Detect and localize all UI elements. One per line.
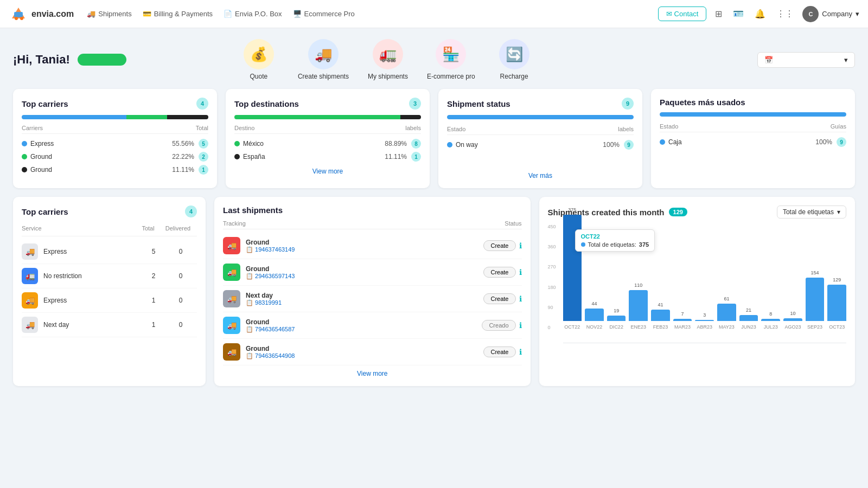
bar-column[interactable]: 3 ABR23 — [695, 320, 714, 330]
info-icon[interactable]: ℹ — [519, 348, 522, 356]
carrier-row: Ground 11.11%1 — [22, 163, 208, 176]
carrier-icon: 🚚 — [223, 290, 240, 307]
top-carriers-2-header: Top carriers 4 — [22, 206, 197, 217]
bar-column[interactable]: 7 MAR23 — [673, 319, 692, 330]
quick-action-create[interactable]: 🚚 Create shipments — [298, 39, 349, 80]
top-carriers-card-2: Top carriers 4 Service Total Delivered 🚚… — [13, 197, 206, 386]
company-button[interactable]: C Company ▾ — [802, 6, 859, 22]
bar-column[interactable]: 110 ENE23 — [629, 290, 648, 330]
info-icon[interactable]: ℹ — [519, 268, 522, 277]
bar-column[interactable]: 19 DIC22 — [607, 316, 626, 330]
paquetes-progress — [660, 112, 846, 117]
bar-column[interactable]: 44 NOV22 — [585, 309, 604, 330]
service-row: 🚚 Express 5 0 — [22, 240, 197, 264]
apps-button[interactable]: ⋮⋮ — [774, 7, 796, 21]
bar: 21 — [739, 315, 758, 321]
status-row: On way 100%9 — [447, 138, 634, 151]
select-chevron-icon: ▾ — [837, 208, 840, 216]
status-button[interactable]: Create — [483, 240, 515, 251]
quick-action-quote[interactable]: 💰 Quote — [237, 39, 280, 80]
service-icon: 🚚 — [22, 317, 38, 333]
status-pill — [78, 54, 126, 66]
chart-select[interactable]: Total de etiquetas ▾ — [777, 206, 846, 219]
date-chevron-icon: ▾ — [844, 56, 848, 64]
bar: 3 — [695, 320, 714, 321]
bar-column[interactable]: 21 JUN23 — [739, 315, 758, 330]
destinations-rows: México 88.89%8España 11.11%1 — [234, 137, 421, 163]
destinations-view-more[interactable]: View more — [234, 163, 421, 175]
bar-column[interactable]: 10 AGO23 — [783, 318, 802, 330]
date-selector[interactable]: 📅 ▾ — [757, 52, 855, 68]
carrier-row: Express 55.56%5 — [22, 137, 208, 150]
bar-column[interactable]: 129 OCT23 — [827, 285, 846, 330]
status-button[interactable]: Creado — [482, 320, 515, 331]
info-icon[interactable]: ℹ — [519, 294, 522, 303]
calculator-button[interactable]: ⊞ — [713, 7, 724, 21]
nav-billing-icon: 💳 — [143, 10, 151, 18]
bar: 61 — [717, 304, 736, 321]
shipment-row: 🚚 Ground 📋 194637463149 Create ℹ — [223, 233, 522, 259]
top-destinations-card: Top destinations 3 Destino labels México… — [226, 89, 430, 188]
recharge-icon: 🔄 — [499, 39, 529, 69]
notification-button[interactable]: 🔔 — [752, 7, 768, 21]
status-button[interactable]: Create — [483, 267, 515, 278]
svg-rect-2 — [14, 12, 23, 17]
logo-text: envia.com — [31, 9, 74, 19]
card-button[interactable]: 🪪 — [731, 7, 746, 21]
greeting: ¡Hi, Tania! — [13, 53, 70, 67]
bar: 19 — [607, 316, 626, 321]
service-row: 🚚 Next day 1 0 — [22, 313, 197, 337]
status-view-more[interactable]: Ver más — [447, 168, 634, 179]
shipment-row: 🚚 Next day 📋 98319991 Create ℹ — [223, 286, 522, 312]
shipment-status-card: Shipment status 9 Estado labels On way 1… — [438, 89, 642, 188]
carriers-table-header: Carriers Total — [22, 125, 208, 134]
quick-action-ecommerce[interactable]: 🏪 E-commerce pro — [427, 39, 475, 80]
service-icon: 🚚 — [22, 292, 38, 309]
avatar: C — [802, 6, 819, 22]
status-table-header: Estado labels — [447, 126, 634, 135]
chart-tooltip: OCT22 Total de etiquetas: 375 — [575, 229, 655, 252]
carrier-icon: 🚚 — [223, 317, 240, 334]
contact-icon: ✉ — [666, 10, 672, 18]
logo[interactable]: envia.com — [9, 4, 74, 24]
chevron-down-icon: ▾ — [856, 10, 859, 18]
quick-action-my-shipments[interactable]: 🚛 My shipments — [366, 39, 410, 80]
paquete-row: Caja 100%9 — [660, 136, 846, 149]
destination-row: México 88.89%8 — [234, 137, 421, 150]
bar-column[interactable]: 41 FEB23 — [651, 310, 670, 330]
nav-pobox[interactable]: 📄 Envia P.O. Box — [224, 10, 282, 18]
contact-button[interactable]: ✉ Contact — [658, 7, 707, 21]
service-icon: 🚛 — [22, 268, 38, 284]
y-axis-labels: 450 360 270 180 90 0 — [548, 224, 556, 330]
info-icon[interactable]: ℹ — [519, 241, 522, 250]
bar: 8 — [761, 319, 780, 321]
status-button[interactable]: Create — [483, 346, 515, 357]
status-button[interactable]: Create — [483, 293, 515, 304]
shipment-row: 🚚 Ground 📋 794636546587 Creado ℹ — [223, 312, 522, 339]
shipments-view-more[interactable]: View more — [223, 365, 522, 377]
paquetes-header: Paquetes más usados — [660, 98, 846, 107]
quick-action-recharge[interactable]: 🔄 Recharge — [493, 39, 536, 80]
bar-column[interactable]: 154 SEP23 — [806, 278, 825, 330]
shipment-row: 🚚 Ground 📋 294636597143 Create ℹ — [223, 259, 522, 286]
carrier-icon: 🚚 — [223, 237, 240, 254]
nav-shipments[interactable]: 🚚 Shipments — [87, 10, 131, 18]
bar-column[interactable]: 61 MAY23 — [717, 304, 736, 330]
bar: 110 — [629, 290, 648, 321]
nav-pobox-icon: 📄 — [224, 10, 232, 18]
carrier-icon: 🚚 — [223, 343, 240, 361]
second-row: Top carriers 4 Service Total Delivered 🚚… — [13, 197, 855, 386]
last-shipments-card: Last shipments Tracking Status 🚚 Ground … — [214, 197, 531, 386]
bar: 7 — [673, 319, 692, 321]
navbar: envia.com 🚚 Shipments 💳 Billing & Paymen… — [0, 0, 868, 28]
bar-column[interactable]: 8 JUL23 — [761, 319, 780, 330]
shipments-col-header: Tracking Status — [223, 220, 522, 229]
ecommerce-icon: 🏪 — [436, 39, 466, 69]
nav-ecommerce[interactable]: 🖥️ Ecommerce Pro — [293, 10, 355, 18]
nav-shipments-icon: 🚚 — [87, 10, 95, 18]
carriers-rows-1: Express 55.56%5Ground 22.22%2Ground 11.1… — [22, 137, 208, 176]
info-icon[interactable]: ℹ — [519, 321, 522, 330]
nav-ecommerce-icon: 🖥️ — [293, 10, 302, 18]
nav-billing[interactable]: 💳 Billing & Payments — [143, 10, 213, 18]
chart-body: 450 360 270 180 90 0 375 OCT22 44 NOV22 … — [548, 224, 847, 343]
